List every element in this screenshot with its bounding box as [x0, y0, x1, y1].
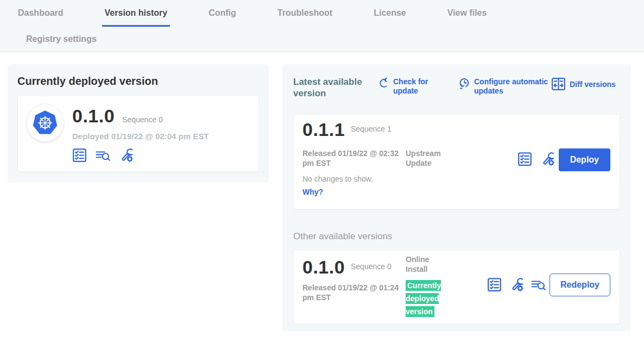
- configure-automatic-updates-link[interactable]: Configure automatic updates: [459, 77, 550, 96]
- other-released-timestamp: Released 01/19/22 @ 01:24 pm EST: [302, 283, 403, 302]
- tab-registry-settings[interactable]: Registry settings: [26, 34, 97, 44]
- preflight-checklist-icon[interactable]: [72, 148, 87, 163]
- app-logo: [27, 104, 64, 141]
- check-for-update-link[interactable]: Check for update: [378, 77, 435, 96]
- latest-version-number: 0.1.1: [302, 119, 345, 140]
- config-wrench-icon[interactable]: [510, 277, 525, 292]
- latest-available-title: Latest available version: [293, 76, 375, 99]
- tab-version-history[interactable]: Version history: [102, 8, 171, 27]
- tab-license[interactable]: License: [371, 8, 409, 27]
- redeploy-button[interactable]: Redeploy: [550, 274, 610, 296]
- latest-available-panel: Latest available version Check for updat…: [282, 64, 631, 332]
- why-link[interactable]: Why?: [302, 188, 323, 196]
- config-wrench-icon[interactable]: [119, 148, 134, 163]
- kubernetes-icon: [29, 107, 61, 139]
- other-sequence-label: Sequence 0: [351, 262, 392, 271]
- latest-available-header: Latest available version Check for updat…: [293, 75, 620, 107]
- view-logs-icon[interactable]: [95, 148, 111, 163]
- page-body: Currently deployed version: [0, 52, 644, 347]
- preflight-checklist-icon[interactable]: [487, 277, 502, 292]
- diff-versions-link[interactable]: Diff versions: [551, 77, 616, 91]
- tab-troubleshoot[interactable]: Troubleshoot: [275, 8, 335, 27]
- scheduled-update-icon: [459, 77, 470, 90]
- other-version-number: 0.1.0: [302, 257, 345, 278]
- preflight-checklist-icon[interactable]: [517, 152, 532, 166]
- refresh-arrow-icon: [378, 77, 389, 89]
- deployed-sequence-label: Sequence 0: [122, 115, 163, 124]
- other-version-card: 0.1.0 Sequence 0 Online Install Currentl…: [293, 250, 620, 324]
- deploy-button[interactable]: Deploy: [559, 148, 610, 171]
- deployed-timestamp: Deployed 01/19/22 @ 02:04 pm EST: [72, 132, 209, 141]
- no-changes-note: No changes to show.: [302, 175, 373, 183]
- top-navigation: Dashboard Version history Config Trouble…: [0, 0, 644, 52]
- currently-deployed-badge: Currently deployed version: [406, 279, 444, 318]
- diff-versions-label: Diff versions: [570, 80, 616, 91]
- primary-tabs: Dashboard Version history Config Trouble…: [15, 8, 644, 27]
- config-wrench-icon[interactable]: [541, 152, 555, 166]
- currently-deployed-panel: Currently deployed version: [8, 64, 269, 183]
- latest-version-card: 0.1.1 Sequence 1 Released 01/19/22 @ 02:…: [293, 114, 620, 209]
- secondary-tabs: Registry settings: [0, 27, 644, 52]
- check-for-update-label: Check for update: [393, 77, 435, 96]
- other-source-label: Online Install: [406, 254, 449, 274]
- deployed-version-number: 0.1.0: [72, 105, 115, 127]
- latest-released-timestamp: Released 01/19/22 @ 02:32 pm EST: [302, 148, 403, 168]
- currently-deployed-title: Currently deployed version: [17, 75, 259, 88]
- tab-view-files[interactable]: View files: [445, 8, 490, 27]
- other-versions-title: Other available versions: [293, 231, 620, 242]
- deployed-version-info: 0.1.0 Sequence 0 Deployed 01/19/22 @ 02:…: [72, 104, 209, 163]
- view-logs-icon[interactable]: [531, 278, 547, 292]
- diff-columns-icon: [551, 77, 566, 91]
- deployed-version-card: 0.1.0 Sequence 0 Deployed 01/19/22 @ 02:…: [17, 95, 259, 172]
- latest-source-label: Upstream Update: [406, 148, 463, 168]
- tab-config[interactable]: Config: [206, 8, 239, 27]
- tab-dashboard[interactable]: Dashboard: [15, 8, 66, 27]
- configure-automatic-updates-label: Configure automatic updates: [474, 77, 550, 96]
- latest-sequence-label: Sequence 1: [351, 125, 392, 134]
